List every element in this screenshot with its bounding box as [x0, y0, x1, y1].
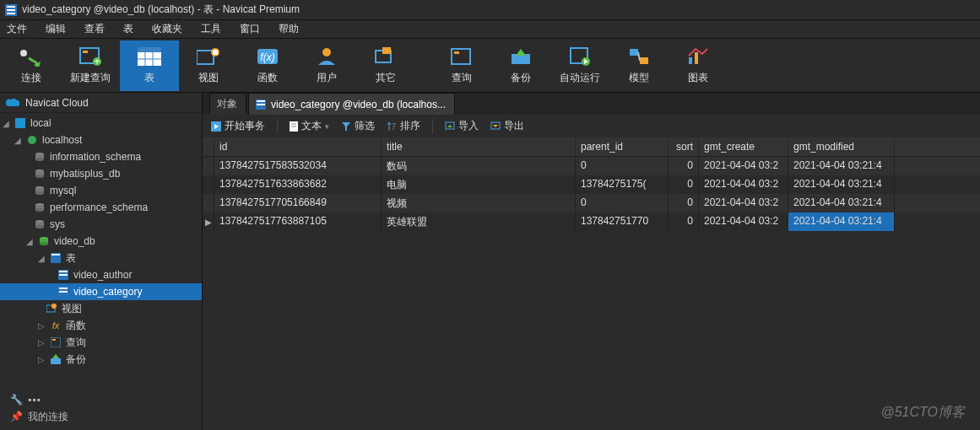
table-row[interactable]: ▶ 1378427517763887105 英雄联盟 137842751770 …: [203, 212, 980, 231]
btn-text-view[interactable]: 文本 ▾: [290, 119, 329, 133]
svg-point-34: [28, 136, 36, 144]
database-open-icon: [38, 235, 50, 247]
tree-db-mybatisplus[interactable]: mybatisplus_db: [0, 165, 202, 182]
tool-user[interactable]: 用户: [297, 40, 356, 91]
svg-rect-22: [452, 49, 470, 64]
tool-autorun[interactable]: 自动运行: [550, 40, 609, 91]
tool-connect[interactable]: 连接: [2, 40, 61, 91]
svg-rect-60: [59, 291, 68, 293]
tree-views-folder[interactable]: 视图: [0, 300, 202, 317]
connection-tree[interactable]: ◢local ◢localhost information_schema myb…: [0, 113, 202, 386]
play-icon: [211, 121, 221, 132]
tool-other[interactable]: 其它: [356, 40, 415, 91]
sidebar: Navicat Cloud ◢local ◢localhost informat…: [0, 93, 203, 430]
col-title[interactable]: title: [382, 138, 576, 156]
page-icon: [290, 121, 298, 132]
database-icon: [34, 151, 46, 163]
tool-model[interactable]: 模型: [609, 40, 669, 91]
sort-icon: [387, 121, 397, 132]
tree-local[interactable]: ◢local: [0, 115, 202, 132]
svg-text:+: +: [94, 56, 100, 67]
tree-db-information-schema[interactable]: information_schema: [0, 148, 202, 165]
svg-rect-29: [640, 57, 648, 64]
tree-backups-folder[interactable]: ▷备份: [0, 351, 202, 368]
menu-file[interactable]: 文件: [7, 22, 27, 36]
col-parent-id[interactable]: parent_id: [576, 138, 669, 156]
tree-tables-folder[interactable]: ◢表: [0, 250, 202, 266]
tool-view[interactable]: 视图: [179, 40, 238, 91]
col-gmt-create[interactable]: gmt_create: [699, 138, 788, 156]
table-icon: [256, 99, 266, 110]
cloud-icon: [5, 98, 20, 108]
svg-rect-54: [51, 254, 60, 255]
menu-window[interactable]: 窗口: [240, 22, 260, 36]
table-row[interactable]: 1378427517633863682 电脑 13784275175( 0 20…: [203, 175, 980, 194]
tool-function[interactable]: f(x) 函数: [238, 40, 297, 91]
btn-sort[interactable]: 排序: [387, 119, 420, 133]
svg-point-62: [51, 304, 57, 309]
tool-chart[interactable]: 图表: [669, 40, 728, 91]
tool-backup[interactable]: 备份: [491, 40, 550, 91]
tab-objects[interactable]: 对象: [209, 93, 246, 115]
tree-functions-folder[interactable]: ▷fx函数: [0, 317, 202, 334]
svg-rect-56: [59, 271, 68, 272]
sidebar-header[interactable]: Navicat Cloud: [0, 93, 202, 113]
tree-db-mysql[interactable]: mysql: [0, 182, 202, 199]
svg-rect-3: [7, 13, 15, 14]
col-id[interactable]: id: [214, 138, 382, 156]
table-row[interactable]: 1378427517705166849 视频 0 0 2021-04-04 03…: [203, 194, 980, 212]
tree-table-video-author[interactable]: video_author: [0, 266, 202, 283]
tab-video-category[interactable]: video_category @video_db (localhos...: [248, 93, 455, 115]
svg-point-52: [40, 242, 48, 245]
menu-favorites[interactable]: 收藏夹: [152, 22, 182, 36]
tool-table[interactable]: 表: [120, 40, 179, 91]
tree-db-sys[interactable]: sys: [0, 216, 202, 233]
menubar: 文件 编辑 查看 表 收藏夹 工具 窗口 帮助: [0, 20, 980, 39]
tool-query[interactable]: 查询: [432, 40, 491, 91]
btn-filter[interactable]: 筛选: [341, 119, 375, 133]
current-row-indicator: ▶: [203, 212, 214, 231]
svg-rect-63: [51, 337, 61, 347]
svg-rect-2: [7, 9, 15, 11]
import-icon: [445, 121, 455, 132]
menu-edit[interactable]: 编辑: [46, 22, 66, 36]
menu-view[interactable]: 查看: [84, 22, 105, 36]
svg-rect-59: [59, 288, 68, 289]
btn-import[interactable]: 导入: [445, 119, 479, 133]
svg-marker-66: [52, 354, 59, 358]
tree-table-video-category[interactable]: video_category: [0, 283, 202, 300]
tree-localhost[interactable]: ◢localhost: [0, 132, 202, 148]
tree-queries-folder[interactable]: ▷查询: [0, 334, 202, 351]
fx-icon: fx: [50, 320, 62, 331]
watermark: @51CTO博客: [880, 404, 965, 422]
pin-icon: 📌: [10, 411, 23, 422]
svg-rect-32: [695, 52, 698, 64]
btn-export[interactable]: 导出: [490, 119, 524, 133]
grid-body[interactable]: 1378427517583532034 数码 0 0 2021-04-04 03…: [203, 157, 980, 430]
footer-settings[interactable]: 🔧▪▪▪: [10, 391, 202, 408]
editor-tabs: 对象 video_category @video_db (localhos...: [203, 93, 980, 115]
main-area: 对象 video_category @video_db (localhos...…: [203, 93, 980, 430]
svg-point-19: [322, 48, 331, 56]
sidebar-footer: 🔧▪▪▪ 📌我的连接: [0, 386, 202, 430]
col-gmt-modified[interactable]: gmt_modified: [788, 138, 895, 156]
tool-new-query[interactable]: + 新建查询: [61, 40, 120, 91]
col-sort[interactable]: sort: [669, 138, 699, 156]
server-icon: [14, 117, 26, 129]
tree-db-video-db[interactable]: ◢video_db: [0, 233, 202, 250]
table-row[interactable]: 1378427517583532034 数码 0 0 2021-04-04 03…: [203, 157, 980, 175]
filter-icon: [341, 121, 351, 132]
btn-begin-transaction[interactable]: 开始事务: [211, 119, 265, 133]
tree-db-performance-schema[interactable]: performance_schema: [0, 199, 202, 216]
svg-rect-64: [52, 339, 56, 341]
menu-help[interactable]: 帮助: [279, 22, 299, 36]
svg-text:f(x): f(x): [260, 51, 274, 63]
menu-tools[interactable]: 工具: [201, 22, 221, 36]
database-icon: [34, 168, 46, 180]
grid-header: id title parent_id sort gmt_create gmt_m…: [203, 138, 980, 157]
database-icon: [34, 218, 46, 230]
footer-my-connections[interactable]: 📌我的连接: [10, 408, 202, 425]
menu-table[interactable]: 表: [123, 22, 133, 36]
svg-rect-31: [689, 57, 692, 64]
selected-cell[interactable]: 2021-04-04 03:21:4: [788, 212, 895, 231]
